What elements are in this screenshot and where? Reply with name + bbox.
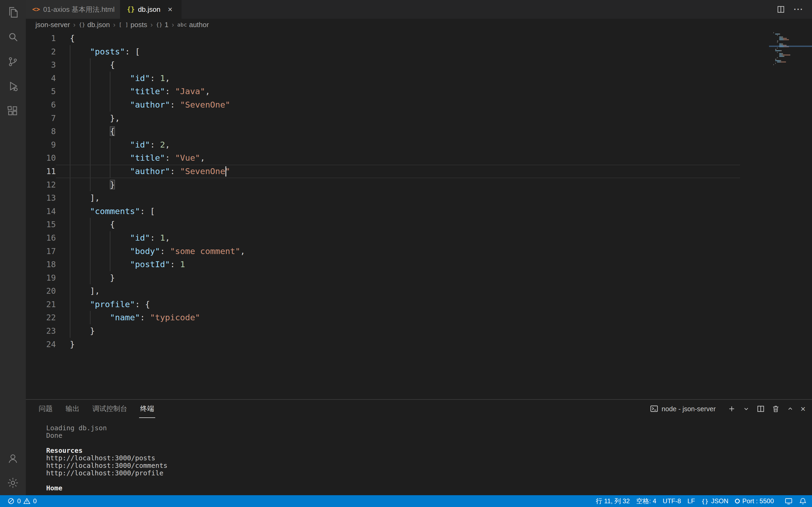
more-actions-icon[interactable]: ···: [794, 5, 803, 14]
code-line[interactable]: 24}: [26, 338, 812, 351]
line-number[interactable]: 18: [26, 258, 56, 271]
code-line[interactable]: 22 "name": "typicode": [26, 311, 812, 324]
code-line[interactable]: 7 },: [26, 112, 812, 125]
tab-html-file[interactable]: <>01-axios 基本用法.html: [26, 0, 120, 19]
line-number[interactable]: 7: [26, 112, 56, 125]
code-line[interactable]: 5 "title": "Java",: [26, 85, 812, 98]
line-number[interactable]: 2: [26, 45, 56, 58]
code-line[interactable]: 20 ],: [26, 284, 812, 298]
code-line[interactable]: 18 "postId": 1: [26, 258, 812, 271]
activity-bar-search[interactable]: [0, 25, 26, 49]
status-encoding[interactable]: UTF-8: [659, 495, 684, 507]
status-live-server-port[interactable]: Port : 5500: [732, 495, 777, 507]
line-number[interactable]: 20: [26, 284, 56, 298]
code-line[interactable]: 23 }: [26, 324, 812, 338]
line-number[interactable]: 11: [26, 165, 56, 178]
line-number[interactable]: 6: [26, 98, 56, 112]
code-line[interactable]: 16 "id": 1,: [26, 231, 812, 245]
line-number[interactable]: 13: [26, 191, 56, 205]
notifications-status[interactable]: [796, 495, 812, 507]
activity-bar-explorer[interactable]: [0, 0, 26, 25]
code-line[interactable]: 19 }: [26, 271, 812, 285]
tab-db-json[interactable]: {}db.json×: [120, 0, 182, 19]
code-token: ,: [165, 140, 170, 150]
code-token: : {: [135, 299, 150, 309]
line-number[interactable]: 4: [26, 72, 56, 85]
panel-tab-problems[interactable]: 问题: [38, 400, 54, 418]
line-number[interactable]: 5: [26, 85, 56, 98]
activity-bar-extensions[interactable]: [0, 99, 26, 123]
code-line[interactable]: 15 {: [26, 218, 812, 231]
status-language-mode[interactable]: {}JSON: [698, 495, 732, 507]
panel-tab-debug-console[interactable]: 调试控制台: [91, 400, 129, 418]
code-line[interactable]: 6 "author": "SevenOne": [26, 98, 812, 112]
panel-tab-terminal[interactable]: 终端: [139, 400, 155, 418]
screencast-status[interactable]: [781, 495, 796, 507]
code-line[interactable]: 9 "id": 2,: [26, 138, 812, 152]
line-number[interactable]: 17: [26, 245, 56, 258]
line-number[interactable]: 14: [26, 205, 56, 218]
code-line[interactable]: 12 }: [26, 178, 812, 191]
code-line[interactable]: 13 ],: [26, 191, 812, 205]
status-indentation[interactable]: 空格: 4: [633, 495, 659, 507]
activity-bar-run-debug[interactable]: [0, 74, 26, 99]
kill-terminal-trash-icon[interactable]: [771, 404, 780, 413]
terminal-selector[interactable]: node - json-server: [650, 404, 716, 413]
close-tab-icon[interactable]: ×: [165, 4, 175, 15]
terminal-picker-chevron-icon[interactable]: [743, 405, 750, 412]
breadcrumb-item[interactable]: abcauthor: [176, 21, 210, 29]
line-number[interactable]: 10: [26, 151, 56, 165]
line-number[interactable]: 19: [26, 271, 56, 285]
split-terminal-icon[interactable]: [756, 404, 765, 413]
code-token: :: [150, 140, 160, 150]
problems-status[interactable]: 0 0: [4, 495, 40, 507]
close-panel-icon[interactable]: ×: [801, 404, 806, 413]
minimap-token: [790, 54, 790, 56]
activity-bar-settings[interactable]: [0, 470, 26, 495]
line-number[interactable]: 12: [26, 178, 56, 191]
breadcrumb-item[interactable]: {}1: [155, 21, 170, 29]
breadcrumb-item[interactable]: {}db.json: [78, 21, 111, 29]
terminal-output[interactable]: Loading db.jsonDoneResourceshttp://local…: [26, 418, 812, 495]
code-area[interactable]: 1{2 "posts": [3 {4 "id": 1,5 "title": "J…: [26, 31, 812, 351]
code-line[interactable]: 2 "posts": [: [26, 45, 812, 58]
line-number[interactable]: 3: [26, 58, 56, 72]
line-number[interactable]: 9: [26, 138, 56, 152]
minimap-line: [773, 50, 805, 51]
line-number[interactable]: 22: [26, 311, 56, 324]
line-number[interactable]: 21: [26, 298, 56, 311]
breadcrumb-item[interactable]: [ ]posts: [118, 21, 148, 29]
line-number[interactable]: 15: [26, 218, 56, 231]
split-editor-icon[interactable]: [776, 5, 785, 14]
minimap-line: [773, 34, 805, 35]
line-number[interactable]: 24: [26, 338, 56, 351]
activity-bar-source-control[interactable]: [0, 49, 26, 74]
tab-label: db.json: [138, 5, 161, 14]
minimap-token: [777, 52, 778, 53]
breadcrumb-item[interactable]: json-server: [34, 21, 71, 29]
code-line[interactable]: 10 "title": "Vue",: [26, 151, 812, 165]
status-eol[interactable]: LF: [684, 495, 698, 507]
code-token: :: [150, 73, 160, 83]
code-line[interactable]: 4 "id": 1,: [26, 72, 812, 85]
panel-tab-output[interactable]: 输出: [64, 400, 81, 418]
minimap-token: [773, 50, 775, 51]
code-token: [70, 260, 130, 269]
line-number[interactable]: 1: [26, 32, 56, 45]
new-terminal-icon[interactable]: [727, 404, 736, 413]
code-line[interactable]: 21 "profile": {: [26, 298, 812, 311]
code-text: }: [56, 338, 812, 351]
code-line[interactable]: 8 {: [26, 125, 812, 138]
maximize-panel-chevron-icon[interactable]: [786, 405, 794, 412]
line-number[interactable]: 8: [26, 125, 56, 138]
activity-bar-account[interactable]: [0, 446, 26, 470]
code-line[interactable]: 3 {: [26, 58, 812, 72]
code-line[interactable]: 1{: [26, 32, 812, 45]
line-number[interactable]: 23: [26, 324, 56, 338]
code-line[interactable]: 17 "body": "some comment",: [26, 245, 812, 258]
code-line[interactable]: 14 "comments": [: [26, 205, 812, 218]
status-cursor-position[interactable]: 行 11, 列 32: [593, 495, 633, 507]
line-number[interactable]: 16: [26, 231, 56, 245]
code-line[interactable]: 11 "author": "SevenOne": [26, 165, 812, 178]
minimap[interactable]: [773, 32, 805, 66]
